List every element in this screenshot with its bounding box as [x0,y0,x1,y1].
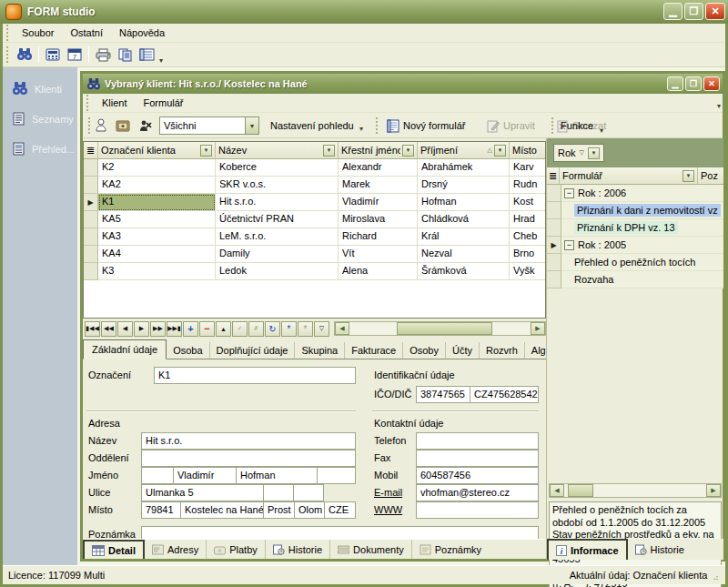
nav-refresh-button[interactable]: ↻ [265,321,280,337]
cell-code[interactable]: KA5 [98,211,216,228]
jmeno-field[interactable]: Vladimír [173,467,237,484]
resize-grip[interactable]: ⣠ [713,571,720,580]
tab-detail[interactable]: Detail [83,540,145,559]
form-row[interactable]: Přehled o peněžních tocích [547,254,723,271]
tab-dokumenty[interactable]: Dokumenty [330,540,412,559]
telefon-field[interactable] [416,432,539,450]
scroll-right-arrow-icon[interactable]: ▶ [531,322,545,335]
menu-napoveda[interactable]: Nápověda [111,25,173,41]
client-filter-combo[interactable]: Všichni ▼ [159,116,259,135]
client-person-button[interactable] [90,116,112,136]
menu-formular[interactable]: Formulář [136,95,192,111]
filter-toolbar-overflow-chevron[interactable]: ▾ [358,125,365,135]
functions-overflow-chevron[interactable]: ▾ [598,127,605,137]
column-header-nazev[interactable]: Název ▼ [216,142,339,159]
row-selector[interactable] [84,246,98,263]
column-filter-button[interactable]: ▼ [200,145,212,157]
www-field[interactable] [416,501,539,519]
menubar-grip[interactable] [6,25,10,41]
menu-ostatni[interactable]: Ostatní [62,25,110,41]
cell-first-name[interactable]: Vít [339,246,418,263]
table-row[interactable]: KA2 SKR v.o.s. Marek Drsný Rudn [84,177,545,194]
tab-doplnujici-udaje[interactable]: Doplňující údaje [210,342,296,359]
cell-city[interactable]: Cheb [510,228,545,246]
kraj-field[interactable]: Olom [294,501,325,519]
client-close-button[interactable]: ✕ [703,76,720,91]
nav-first-button[interactable]: ▮◀◀ [85,321,100,337]
cell-name[interactable]: Koberce [216,159,339,177]
titul-field[interactable] [141,467,174,484]
current-row-marker-icon[interactable]: ▶ [547,237,561,254]
sidebar-item-prehled[interactable]: Přehled... [12,142,75,156]
nav-post-button[interactable]: ✓ [232,321,248,337]
ulice-field[interactable]: Ulmanka 5 [141,484,264,501]
dic-field[interactable]: CZ475628542 [470,386,539,403]
form-row[interactable]: Přiznání k DPH vz. 13 [547,219,723,237]
scroll-right-arrow-icon[interactable]: ▶ [706,484,721,497]
group-row[interactable]: −Rok : 2006 [547,185,723,202]
column-filter-button[interactable]: ▼ [323,145,335,157]
cislo-popisne-field[interactable] [263,484,294,501]
minimize-button[interactable]: ▁ [663,3,682,20]
cell-first-name[interactable]: Richard [339,228,418,246]
titul-za-field[interactable] [317,467,356,484]
forms-toolbar-button[interactable] [136,45,157,65]
tab-ucty[interactable]: Účty [446,342,480,359]
prijmeni-field[interactable]: Hofman [236,467,318,484]
column-filter-button[interactable]: ▼ [682,170,694,182]
scroll-left-arrow-icon[interactable]: ◀ [550,484,564,497]
cell-name[interactable]: Ledok [216,263,339,280]
group-filter-button[interactable]: ▼ [588,147,600,159]
grid-corner-button[interactable]: ≣ [547,167,560,185]
toolbar-overflow-chevron[interactable]: ▾ [157,56,165,66]
grid-horizontal-scrollbar[interactable]: ◀ ▶ [334,321,546,336]
nav-delete-button[interactable]: − [199,321,215,337]
form-name-selected[interactable]: Přiznání k DPH vz. 13 [574,221,678,234]
email-link-label[interactable]: E-mail [374,487,402,498]
table-row[interactable]: K3 Ledok Alena Šrámková Vyšk [84,263,545,280]
nav-insert-button[interactable]: + [183,321,198,337]
group-row-current[interactable]: ▶ −Rok : 2005 [547,237,723,254]
close-button[interactable]: ✕ [705,3,725,20]
row-selector[interactable] [547,254,561,271]
new-form-button[interactable]: Nový formulář [381,116,470,135]
row-selector[interactable] [84,211,98,228]
nav-goto-bookmark-button[interactable]: * [298,321,313,337]
ico-field[interactable]: 38747565 [416,386,470,403]
mesto-field[interactable]: Kostelec na Hané [180,501,264,519]
scrollbar-thumb[interactable] [568,484,593,497]
cell-last-name[interactable]: Chládková [418,211,510,228]
cell-code[interactable]: KA3 [98,228,216,246]
cell-first-name[interactable]: Vladimír [339,194,418,211]
cell-name[interactable]: LeM. s.r.o. [216,228,339,246]
row-selector[interactable] [84,263,98,280]
form-name-highlighted[interactable]: Přiznání k dani z nemovitostí vz [574,204,721,217]
forms-toolbar-grip[interactable] [376,117,379,134]
form-name[interactable]: Přehled o peněžních tocích [574,257,695,268]
nav-last-button[interactable]: ▶▶▮ [167,321,182,337]
menu-klient[interactable]: Klient [94,95,136,111]
table-row[interactable]: KA5 Účetnictví PRAN Miroslava Chládková … [84,211,545,228]
cell-city[interactable]: Kost [510,194,545,211]
www-link-label[interactable]: WWW [374,504,402,515]
row-selector[interactable] [84,228,98,246]
table-row-selected[interactable]: ▶ K1 Hit s.r.o. Vladimír Hofman Kost [84,194,545,211]
nav-filter-button[interactable]: ▽ [314,321,329,337]
nav-bookmark-button[interactable]: * [281,321,297,337]
client-archive-button[interactable] [112,116,134,136]
table-row[interactable]: KA3 LeM. s.r.o. Richard Král Cheb [84,228,545,246]
tab-adresy[interactable]: Adresy [145,540,207,559]
nazev-field[interactable]: Hit s.r.o. [141,432,356,450]
cell-city[interactable]: Rudn [510,177,545,194]
cell-city[interactable]: Hrad [510,211,545,228]
edit-form-button[interactable]: Upravit [481,116,541,135]
oznaceni-field[interactable]: K1 [154,367,356,384]
cell-code[interactable]: K1 [98,194,216,211]
tab-skupina[interactable]: Skupina [295,342,345,359]
psc-field[interactable]: 79841 [141,501,181,519]
nav-cancel-button[interactable]: ✗ [248,321,264,337]
cell-code[interactable]: K3 [98,263,216,280]
column-filter-button[interactable]: ▼ [402,145,414,157]
tab-poznamky[interactable]: Poznámky [412,540,489,559]
calendar-toolbar-button[interactable]: 7 [64,45,86,65]
